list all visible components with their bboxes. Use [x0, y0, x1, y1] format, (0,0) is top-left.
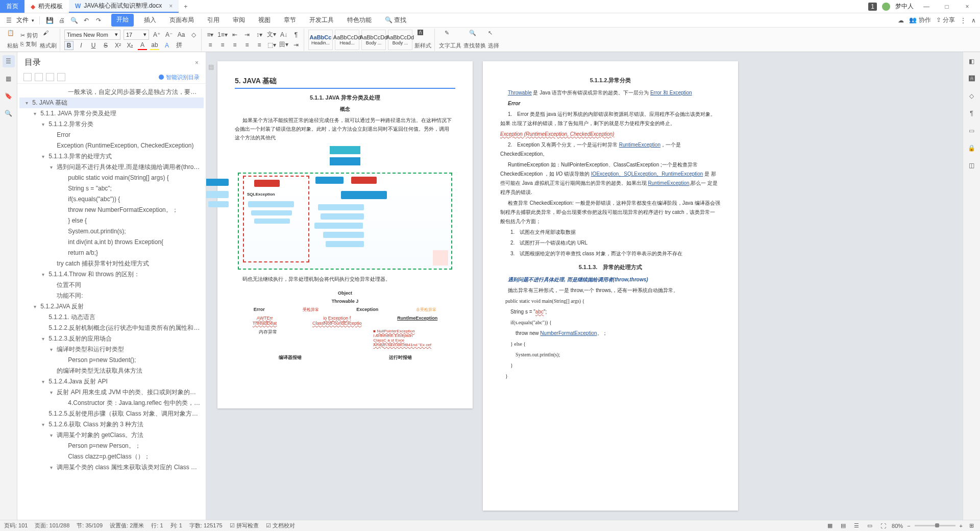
- super-button[interactable]: X²: [113, 41, 122, 50]
- border-icon[interactable]: 田▾: [279, 40, 288, 50]
- status-spell[interactable]: ☑ 拼写检查: [230, 522, 259, 529]
- preview-icon[interactable]: 🔍: [69, 16, 79, 25]
- number-list-icon[interactable]: 1≡▾: [218, 30, 227, 39]
- toc-item[interactable]: if(s.equals("abc")) {: [19, 194, 204, 205]
- shrink-font-icon[interactable]: A⁻: [164, 30, 174, 39]
- align-right-icon[interactable]: ≡: [230, 40, 239, 50]
- fit-page-icon[interactable]: ⊞: [967, 522, 976, 530]
- toc-item[interactable]: ▾ 5.1.1.3.异常的处理方式: [19, 151, 204, 162]
- cut-button[interactable]: ✂ 剪切: [20, 32, 38, 39]
- toc-item[interactable]: throw new NumberFormatException。；: [19, 205, 204, 215]
- toc-item[interactable]: ▾ 反射 API 用来生成 JVM 中的类、接口或则对象的信息。: [19, 387, 204, 398]
- toc-close-icon[interactable]: ×: [195, 59, 199, 66]
- indent-inc-icon[interactable]: ⇥: [242, 30, 252, 39]
- toc-item[interactable]: 5.1.2.2.反射机制概念(运行状态中知道类所有的属性和方法): [19, 323, 204, 333]
- view-read-icon[interactable]: ▤: [839, 522, 848, 530]
- toc-item[interactable]: ▾ 5.1.2.4.Java 反射 API: [19, 376, 204, 387]
- find-replace-button[interactable]: 🔍查找替换: [463, 30, 486, 50]
- toc-item[interactable]: ▾ 5.1.2.6.获取 Class 对象的 3 种方法: [19, 419, 204, 430]
- toc-item[interactable]: ▾ 调用某个对象的 getClass。方法: [19, 430, 204, 441]
- toc-item[interactable]: ▾ 5.1.1. JAVA 异常分类及处理: [19, 108, 204, 119]
- file-menu[interactable]: 文件: [16, 16, 29, 25]
- sub-button[interactable]: X₂: [126, 41, 135, 50]
- ribbon-tab-insert[interactable]: 插入: [141, 14, 159, 27]
- view-print-icon[interactable]: ▦: [825, 522, 835, 530]
- ribbon-tab-review[interactable]: 审阅: [230, 14, 248, 27]
- bold-button[interactable]: B: [64, 41, 74, 50]
- avatar-icon[interactable]: [882, 3, 890, 11]
- sort-icon[interactable]: A↓: [279, 30, 288, 39]
- new-tab-button[interactable]: +: [179, 0, 192, 13]
- toc-tool-4[interactable]: [57, 73, 65, 81]
- align-justify-icon[interactable]: ≡: [242, 40, 252, 50]
- close-window-button[interactable]: ×: [960, 3, 975, 10]
- tab-home[interactable]: 首页: [0, 0, 24, 13]
- nav-toc-icon[interactable]: ☰: [3, 55, 15, 67]
- toc-item[interactable]: ▾ 5.1.1.4.Throw 和 throws 的区别：: [19, 269, 204, 280]
- font-color-button[interactable]: A: [138, 41, 147, 50]
- right-template-icon[interactable]: ◫: [966, 159, 978, 172]
- toc-item[interactable]: Person p=new Student();: [19, 355, 204, 366]
- cloud-icon[interactable]: ☁: [898, 17, 904, 24]
- save-icon[interactable]: 💾: [45, 16, 54, 25]
- toc-item[interactable]: ▾ 5. JAVA 基础: [19, 98, 204, 108]
- collapse-ribbon-icon[interactable]: ∧: [971, 17, 976, 24]
- toc-item[interactable]: ▾ 5.1.2.JAVA 反射: [19, 301, 204, 312]
- more-icon[interactable]: ⋮: [960, 17, 966, 24]
- format-painter-button[interactable]: 🖌格式刷: [40, 30, 57, 50]
- nav-thumb-icon[interactable]: ▦: [3, 73, 15, 85]
- share-icon[interactable]: ⇪ 分享: [936, 16, 955, 25]
- coop-icon[interactable]: 👥 协作: [909, 16, 930, 25]
- zoom-in-button[interactable]: +: [960, 523, 963, 529]
- status-page[interactable]: 页码: 101: [4, 522, 28, 529]
- highlight-button[interactable]: ab: [150, 41, 159, 50]
- italic-button[interactable]: I: [77, 41, 86, 50]
- grow-font-icon[interactable]: A⁺: [152, 30, 161, 39]
- line-spacing-icon[interactable]: ↕▾: [255, 30, 264, 39]
- toc-tool-1[interactable]: [23, 73, 32, 81]
- toc-item[interactable]: Exception (RuntimeException, CheckedExce…: [19, 140, 204, 151]
- print-icon[interactable]: 🖨: [57, 16, 66, 25]
- document-viewport[interactable]: ▤ 5. JAVA 基础 5.1.1. JAVA 异常分类及处理 概念 如果某个…: [206, 52, 963, 520]
- toc-item[interactable]: ▾ 遇到问题不进行具体处理,而是继续抛给调用者(throw,throws): [19, 162, 204, 173]
- toc-item[interactable]: public static void main(String[] args) {: [19, 173, 204, 183]
- toc-list[interactable]: 一般来说，自定义同步器要么是独占方法，要么是共享方 ...▾ 5. JAVA 基…: [17, 84, 206, 520]
- right-protect-icon[interactable]: 🔒: [966, 142, 978, 154]
- status-set[interactable]: 设置值: 2厘米: [110, 522, 144, 529]
- toc-item[interactable]: 5.1.2.1. 动态语言: [19, 312, 204, 323]
- status-words[interactable]: 字数: 125175: [189, 522, 223, 529]
- new-style-button[interactable]: 🅰新样式: [414, 30, 431, 50]
- tab-document[interactable]: W JAVA核心面试知识整理.docx ×: [69, 0, 179, 13]
- toc-item[interactable]: 的编译时类型无法获取具体方法: [19, 366, 204, 376]
- toc-item[interactable]: } else {: [19, 215, 204, 226]
- right-shape-icon[interactable]: ◇: [966, 90, 978, 102]
- toc-item[interactable]: ▾ 5.1.2.3.反射的应用场合: [19, 333, 204, 344]
- toc-item[interactable]: Person p=new Person。；: [19, 441, 204, 451]
- ribbon-tab-feature[interactable]: 特色功能: [344, 14, 375, 27]
- style-heading2[interactable]: AaBbCcDdHead...: [335, 30, 359, 50]
- ribbon-tab-layout[interactable]: 页面布局: [166, 14, 197, 27]
- text-tools-button[interactable]: ✎文字工具: [439, 30, 461, 50]
- zoom-out-button[interactable]: −: [907, 523, 910, 529]
- toc-item[interactable]: 4.Constructor 类：Java.lang.reflec 包中的类，表示…: [19, 398, 204, 408]
- status-section[interactable]: 节: 35/109: [77, 522, 103, 529]
- status-pages[interactable]: 页面: 101/288: [35, 522, 69, 529]
- menu-icon[interactable]: ☰: [4, 16, 13, 25]
- view-full-icon[interactable]: ⛶: [878, 522, 888, 530]
- size-select[interactable]: 17▾: [124, 30, 149, 40]
- zoom-slider[interactable]: [915, 525, 955, 526]
- right-prop-icon[interactable]: ◧: [966, 55, 978, 67]
- distribute-icon[interactable]: ≡: [255, 40, 264, 50]
- ribbon-tab-dev[interactable]: 开发工具: [306, 14, 337, 27]
- clear-format-icon[interactable]: ◇: [189, 30, 198, 39]
- zoom-value[interactable]: 80%: [892, 523, 903, 529]
- toc-item[interactable]: 功能不同:: [19, 291, 204, 301]
- view-outline-icon[interactable]: ☰: [852, 522, 861, 530]
- indent-dec-icon[interactable]: ⇤: [230, 30, 239, 39]
- toc-item[interactable]: try catch 捕获异常针对性处理方式: [19, 258, 204, 269]
- toc-item[interactable]: 一般来说，自定义同步器要么是独占方法，要么是共享方 ...: [19, 87, 204, 98]
- toc-item[interactable]: ▾ 5.1.1.2.异常分类: [19, 119, 204, 130]
- toc-item[interactable]: 5.1.2.5.反射使用步骤（获取 Class 对象、调用对象方法）: [19, 408, 204, 419]
- strike-button[interactable]: S: [101, 41, 110, 50]
- font-select[interactable]: Times New Rom▾: [64, 30, 120, 40]
